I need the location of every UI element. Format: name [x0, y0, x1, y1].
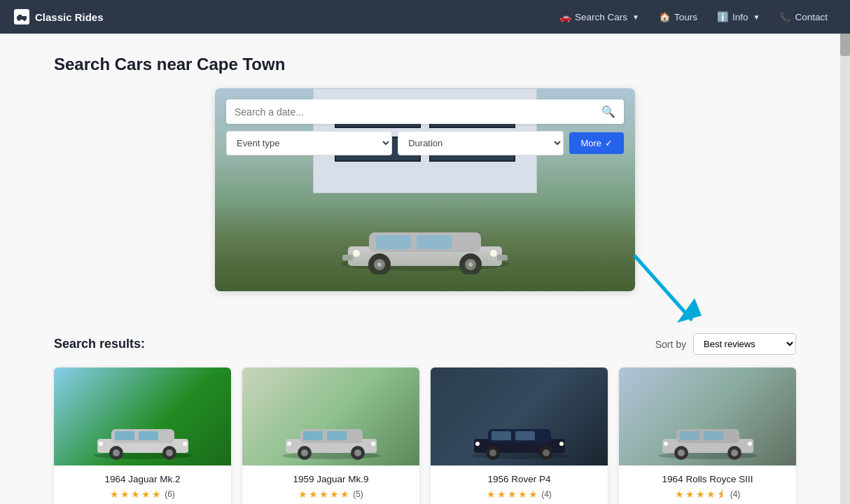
svg-point-53 — [559, 442, 564, 446]
search-overlay: 🔍 Event type Wedding Birthday Corporate … — [215, 88, 635, 167]
star-2: ★ — [685, 489, 695, 500]
star-2: ★ — [497, 489, 506, 500]
star-5: ★ — [152, 489, 161, 500]
nav-menu: 🚗 Search Cars ▼ 🏠 Tours ℹ️ Info ▼ 📞 Cont… — [551, 7, 836, 27]
svg-rect-47 — [515, 431, 535, 440]
car-image-2 — [242, 368, 419, 465]
star-half-5: ⯨ — [717, 489, 727, 500]
duration-select[interactable]: Duration 1 hour 2 hours 4 hours Full day — [398, 131, 564, 155]
svg-rect-35 — [303, 431, 323, 440]
svg-marker-20 — [677, 298, 702, 323]
car-card-body-1: 1964 Jaguar Mk.2 ★ ★ ★ ★ ★ (6) From: R19… — [54, 465, 231, 504]
svg-rect-3 — [18, 15, 22, 17]
star-3: ★ — [696, 489, 705, 500]
star-5: ★ — [529, 489, 538, 500]
event-type-select[interactable]: Event type Wedding Birthday Corporate — [226, 131, 392, 155]
nav-tours[interactable]: 🏠 Tours — [650, 7, 706, 27]
svg-point-38 — [301, 449, 308, 456]
svg-point-62 — [731, 449, 738, 456]
svg-rect-8 — [417, 235, 452, 249]
results-header: Search results: Sort by Best reviews Pri… — [54, 333, 796, 355]
svg-point-63 — [664, 442, 668, 446]
review-count-1: (6) — [165, 489, 175, 499]
star-1: ★ — [298, 489, 307, 500]
hero-car-image — [327, 211, 523, 277]
svg-point-49 — [489, 449, 496, 456]
star-3: ★ — [508, 489, 517, 500]
svg-rect-57 — [680, 431, 699, 440]
svg-point-51 — [543, 449, 550, 456]
arrow-indicator — [621, 242, 719, 343]
car-image-3 — [431, 368, 608, 465]
scrollbar[interactable] — [840, 0, 850, 504]
car-icon: 🚗 — [559, 11, 571, 22]
page-title: Search Cars near Cape Town — [54, 55, 796, 74]
star-4: ★ — [518, 489, 527, 500]
car-stars-3: ★ ★ ★ ★ ★ (4) — [439, 489, 599, 500]
car-name-2: 1959 Jaguar Mk.9 — [251, 474, 411, 484]
main-content: Search Cars near Cape Town — [40, 34, 810, 504]
svg-point-43 — [471, 452, 569, 459]
review-count-2: (5) — [353, 489, 363, 499]
svg-point-1 — [18, 18, 20, 21]
nav-info[interactable]: ℹ️ Info ▼ — [709, 7, 768, 27]
star-1: ★ — [110, 489, 119, 500]
svg-point-27 — [113, 449, 120, 456]
car-card-4: 1964 Rolls Royce SIII ★ ★ ★ ★ ⯨ (4) From… — [619, 368, 796, 504]
search-date-bar: 🔍 — [226, 99, 624, 124]
svg-point-21 — [94, 452, 192, 459]
svg-point-31 — [183, 442, 187, 446]
search-date-input[interactable] — [235, 106, 601, 118]
svg-point-64 — [748, 442, 752, 446]
sort-select[interactable]: Best reviews Price (low to high) Price (… — [693, 333, 796, 355]
svg-point-60 — [678, 449, 685, 456]
svg-point-14 — [468, 262, 473, 267]
car-card-1: 1964 Jaguar Mk.2 ★ ★ ★ ★ ★ (6) From: R19… — [54, 368, 231, 504]
brand-icon — [14, 9, 29, 24]
svg-rect-24 — [115, 431, 134, 440]
cars-grid: 1964 Jaguar Mk.2 ★ ★ ★ ★ ★ (6) From: R19… — [54, 368, 796, 504]
svg-point-42 — [371, 442, 375, 446]
star-4: ★ — [141, 489, 151, 500]
review-count-4: (4) — [730, 489, 741, 499]
svg-point-52 — [475, 442, 480, 446]
svg-point-54 — [659, 452, 757, 459]
hero-container: 🔍 Event type Wedding Birthday Corporate … — [215, 88, 635, 291]
star-1: ★ — [487, 489, 496, 500]
phone-icon: 📞 — [779, 11, 791, 22]
svg-rect-17 — [342, 255, 353, 260]
car-name-3: 1956 Rover P4 — [439, 474, 599, 484]
car-card-2: 1959 Jaguar Mk.9 ★ ★ ★ ★ ★ (5) From: R24… — [242, 368, 419, 504]
star-3: ★ — [319, 489, 328, 500]
brand[interactable]: Classic Rides — [14, 9, 104, 24]
car-stars-2: ★ ★ ★ ★ ★ (5) — [251, 489, 411, 500]
car-stars-4: ★ ★ ★ ★ ⯨ (4) — [627, 489, 788, 500]
nav-contact[interactable]: 📞 Contact — [771, 7, 836, 27]
car-card-body-3: 1956 Rover P4 ★ ★ ★ ★ ★ (4) From: R1540.… — [431, 465, 608, 504]
svg-point-41 — [287, 442, 291, 446]
more-button[interactable]: More ✓ — [569, 132, 624, 154]
car-name-1: 1964 Jaguar Mk.2 — [62, 474, 223, 484]
dropdown-caret: ▼ — [632, 13, 639, 21]
search-date-button[interactable]: 🔍 — [601, 105, 615, 118]
svg-point-32 — [282, 452, 380, 459]
star-2: ★ — [120, 489, 130, 500]
car-name-4: 1964 Rolls Royce SIII — [627, 474, 788, 484]
nav-search-cars[interactable]: 🚗 Search Cars ▼ — [551, 7, 648, 27]
sort-container: Sort by Best reviews Price (low to high)… — [655, 333, 796, 355]
svg-point-11 — [377, 262, 382, 267]
svg-rect-7 — [376, 235, 411, 249]
star-4: ★ — [706, 489, 716, 500]
sort-by-label: Sort by — [655, 339, 686, 350]
car-image-1 — [54, 368, 231, 465]
navbar: Classic Rides 🚗 Search Cars ▼ 🏠 Tours ℹ️… — [0, 0, 850, 34]
brand-name: Classic Rides — [35, 11, 104, 23]
svg-rect-46 — [492, 431, 511, 440]
svg-point-40 — [354, 449, 361, 456]
tours-icon: 🏠 — [659, 11, 671, 22]
star-2: ★ — [309, 489, 318, 500]
car-image-4 — [619, 368, 796, 465]
more-icon: ✓ — [605, 138, 613, 148]
svg-point-16 — [490, 250, 497, 257]
star-5: ★ — [340, 489, 349, 500]
